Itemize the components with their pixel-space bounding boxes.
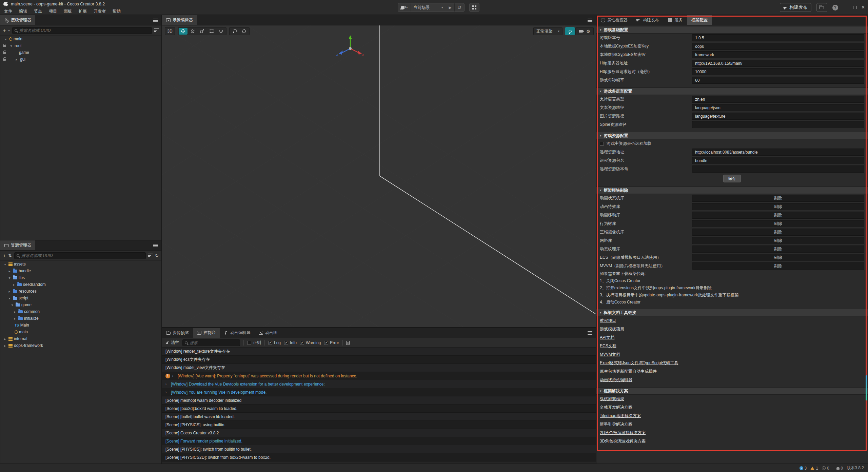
tree-node[interactable]: main [0,329,161,335]
expand-chevron-icon[interactable]: ▾ [7,276,12,280]
console-search[interactable] [182,339,240,346]
log-filter-checkbox[interactable]: Info [284,340,297,345]
checkbox-icon[interactable] [600,142,604,146]
solution-link[interactable]: Tiledmap地图解决方案 [600,412,641,420]
tab-hierarchy[interactable]: 层级管理器 [0,15,35,25]
field-input[interactable] [692,121,864,128]
lock-icon[interactable] [3,52,6,54]
panel-menu-icon[interactable] [153,244,158,248]
inspector-tab[interactable]: 框架配置 [687,15,712,25]
tree-node[interactable]: ▾ main [0,36,161,42]
maximize-button[interactable] [853,6,856,9]
minimize-button[interactable]: — [843,5,848,10]
tree-node[interactable]: ▸ gui [0,56,161,63]
close-button[interactable]: × [862,4,865,11]
menu-item[interactable]: 编辑 [16,7,31,15]
expand-chevron-icon[interactable]: ▸ [12,283,16,287]
console-log-row[interactable]: [Scene] [bullet]:bullet wasm lib loaded. [162,413,596,421]
console-log-row[interactable]: [Scene] [PHYSICS]: switch from builtin t… [162,445,596,453]
camera-icon[interactable] [579,30,583,33]
field-input[interactable] [692,77,864,84]
tree-node[interactable]: ▾ libs [0,274,161,281]
field-input[interactable] [692,43,864,50]
tree-node[interactable]: ▸ common [0,308,161,315]
field-input[interactable] [692,68,864,75]
field-input[interactable] [692,34,864,41]
field-input[interactable] [692,165,864,173]
create-node-button[interactable]: + [3,28,6,33]
section-header-solutions[interactable]: ▾ 框架解决方案 [596,387,868,395]
field-input[interactable] [692,51,864,58]
field-input[interactable] [692,104,864,111]
build-publish-button[interactable]: 构建发布 [780,3,811,12]
expand-chevron-icon[interactable]: ▸ [7,269,12,273]
create-asset-button[interactable]: + [3,253,6,258]
preview-target-button[interactable]: ▾ [398,3,411,12]
assets-search-input[interactable] [21,253,143,258]
expand-chevron-icon[interactable]: › [172,374,176,378]
panel-menu-icon[interactable] [153,19,158,22]
expand-chevron-icon[interactable]: ▸ [7,290,12,293]
expand-chevron-icon[interactable]: ▸ [15,58,19,61]
refresh-icon[interactable]: ↻ [155,253,159,258]
axis-gizmo[interactable]: Y X Z [336,34,364,61]
console-log-row[interactable]: [Window] model_view文件夹存在 [162,364,596,372]
coordinate-toggle-button[interactable] [240,28,249,35]
remove-module-button[interactable]: 剔除 [692,203,864,210]
console-log-row[interactable]: ! › [Window] [Vue warn]: Property "onInp… [162,372,596,380]
expand-chevron-icon[interactable]: ▾ [3,262,7,266]
field-input[interactable] [692,113,864,120]
doc-link[interactable]: MVVM文档 [600,350,620,359]
log-filter-checkbox[interactable]: Warning [300,340,321,345]
solution-link[interactable]: 战棋游戏框架 [600,395,624,403]
inspector-tab[interactable]: 属性检查器 [596,15,632,25]
remove-module-button[interactable]: 剔除 [692,262,864,270]
console-log-row[interactable]: [Scene] Cocos Creator v3.8.2 [162,429,596,437]
info-count[interactable]: i 3 [800,466,807,471]
console-tab[interactable]: 动画编辑器 [220,328,255,338]
tree-node[interactable]: ▸ resources [0,288,161,295]
log-file-icon[interactable] [346,341,350,345]
sort-icon[interactable]: ⇅ [8,253,12,258]
console-log-row[interactable]: [Scene] [box2d]:box2d wasm lib loaded. [162,405,596,413]
warning-count[interactable]: 1 [810,466,818,471]
tab-assets[interactable]: 资源管理器 [0,240,35,250]
tree-node[interactable]: ▾ game [0,301,161,308]
rotate-tool-button[interactable] [188,28,197,35]
menu-item[interactable]: 节点 [31,7,45,15]
solution-link[interactable]: 2D角色扮演游戏解决方案 [600,429,646,437]
assets-search[interactable] [14,252,146,259]
hierarchy-search-input[interactable] [19,28,150,33]
remove-module-button[interactable]: 剔除 [692,212,864,219]
lighting-toggle-button[interactable] [565,27,575,35]
open-project-folder-button[interactable] [816,3,827,12]
tree-node[interactable]: ▸ oops-framework [0,342,161,349]
expand-chevron-icon[interactable]: ▸ [13,310,17,314]
remove-module-button[interactable]: 剔除 [692,195,864,202]
preview-qr-button[interactable] [469,3,479,12]
console-log-row[interactable]: [Window] ecs文件夹存在 [162,356,596,364]
menu-item[interactable]: 文件 [1,7,16,15]
section-header-basic[interactable]: ▾ 游戏基础配置 [596,26,868,34]
field-input[interactable] [692,149,864,156]
menu-item[interactable]: 帮助 [109,7,124,15]
field-input[interactable] [692,96,864,103]
log-filter-checkbox[interactable]: Log [268,340,281,345]
field-input[interactable] [692,157,864,164]
clear-console-button[interactable]: 清空 [165,340,179,346]
inspector-tab[interactable]: 服务 [664,15,687,25]
remote-load-checkbox-row[interactable]: 游戏中资源是否远程加载 [596,139,868,148]
error-count[interactable]: × 0 [822,466,829,471]
console-search-input[interactable] [190,340,238,345]
console-log-row[interactable]: [Window] render_texture文件夹存在 [162,348,596,356]
tab-scene-editor[interactable]: 场景编辑器 [162,15,197,25]
tree-node[interactable]: game [0,49,161,56]
field-input[interactable] [692,60,864,67]
transform-gizmo-tool-button[interactable] [217,28,225,35]
solution-link[interactable]: 全栈开发解决方案 [600,403,632,412]
console-tab[interactable]: 控制台 [193,328,220,338]
tree-node[interactable]: Main [0,322,161,329]
expand-chevron-icon[interactable]: › [165,390,169,394]
doc-link[interactable]: Excel格式转Json文件与TypeScript代码工具 [600,359,678,367]
move-tool-button[interactable] [179,28,188,35]
